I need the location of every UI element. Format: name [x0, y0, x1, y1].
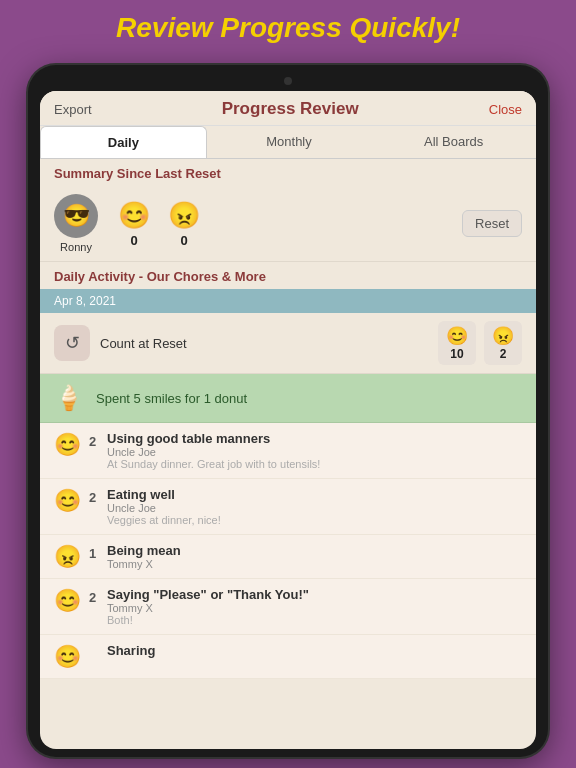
item-details: Eating well Uncle Joe Veggies at dinner,…: [107, 487, 522, 526]
summary-sad-count: 😠 0: [168, 200, 200, 248]
item-details: Sharing: [107, 643, 522, 658]
item-count: 1: [89, 546, 99, 561]
list-item: 😊 Sharing: [40, 635, 536, 679]
item-who: Tommy X: [107, 602, 522, 614]
list-item: 😊 2 Eating well Uncle Joe Veggies at din…: [40, 479, 536, 535]
item-who: Uncle Joe: [107, 446, 522, 458]
avatar-name: Ronny: [60, 241, 92, 253]
summary-happy-count: 😊 0: [118, 200, 150, 248]
reset-row-icon: ↺: [54, 325, 90, 361]
item-who: Tommy X: [107, 558, 522, 570]
reset-row-emoji-counts: 😊 10 😠 2: [438, 321, 522, 365]
item-title: Sharing: [107, 643, 522, 658]
date-row: Apr 8, 2021: [40, 289, 536, 313]
item-emoji: 😊: [54, 488, 81, 514]
export-button[interactable]: Export: [54, 102, 92, 117]
user-avatar-wrapper: 😎 Ronny: [54, 194, 98, 253]
count-at-reset-row: ↺ Count at Reset 😊 10 😠 2: [40, 313, 536, 374]
device-frame: Export Progress Review Close Daily Month…: [28, 65, 548, 757]
item-count: 2: [89, 590, 99, 605]
tab-monthly[interactable]: Monthly: [207, 126, 372, 158]
item-details: Being mean Tommy X: [107, 543, 522, 570]
item-details: Using good table manners Uncle Joe At Su…: [107, 431, 522, 470]
item-who: Uncle Joe: [107, 502, 522, 514]
item-note: Veggies at dinner, nice!: [107, 514, 522, 526]
reset-button[interactable]: Reset: [462, 210, 522, 237]
item-title: Eating well: [107, 487, 522, 502]
summary-row: 😎 Ronny 😊 0 😠 0 Reset: [40, 186, 536, 262]
list-item: 😠 1 Being mean Tommy X: [40, 535, 536, 579]
avatar: 😎: [54, 194, 98, 238]
list-item: 😊 2 Using good table manners Uncle Joe A…: [40, 423, 536, 479]
screen: Export Progress Review Close Daily Month…: [40, 91, 536, 749]
headline: Review Progress Quickly!: [0, 0, 576, 52]
item-emoji: 😊: [54, 644, 81, 670]
item-note: At Sunday dinner. Great job with to uten…: [107, 458, 522, 470]
list-item: 😊 2 Saying "Please" or "Thank You!" Tomm…: [40, 579, 536, 635]
item-note: Both!: [107, 614, 522, 626]
item-details: Saying "Please" or "Thank You!" Tommy X …: [107, 587, 522, 626]
item-emoji: 😊: [54, 588, 81, 614]
item-title: Saying "Please" or "Thank You!": [107, 587, 522, 602]
screen-header: Export Progress Review Close: [40, 91, 536, 126]
item-title: Being mean: [107, 543, 522, 558]
spend-row: 🍦 Spent 5 smiles for 1 donut: [40, 374, 536, 423]
close-button[interactable]: Close: [489, 102, 522, 117]
reset-sad-count: 😠 2: [484, 321, 522, 365]
device-camera: [284, 77, 292, 85]
reset-happy-count: 😊 10: [438, 321, 476, 365]
reset-row-label: Count at Reset: [100, 336, 438, 351]
tab-all-boards[interactable]: All Boards: [371, 126, 536, 158]
item-emoji: 😠: [54, 544, 81, 570]
tab-daily[interactable]: Daily: [40, 126, 207, 158]
item-title: Using good table manners: [107, 431, 522, 446]
item-count: 2: [89, 490, 99, 505]
screen-title: Progress Review: [92, 99, 489, 119]
summary-emoji-counts: 😊 0 😠 0: [118, 200, 200, 248]
summary-section-label: Summary Since Last Reset: [40, 159, 536, 186]
tabs-bar: Daily Monthly All Boards: [40, 126, 536, 159]
activity-section-label: Daily Activity - Our Chores & More: [40, 262, 536, 289]
spend-icon: 🍦: [54, 384, 84, 412]
item-emoji: 😊: [54, 432, 81, 458]
item-count: 2: [89, 434, 99, 449]
spend-text: Spent 5 smiles for 1 donut: [96, 391, 247, 406]
